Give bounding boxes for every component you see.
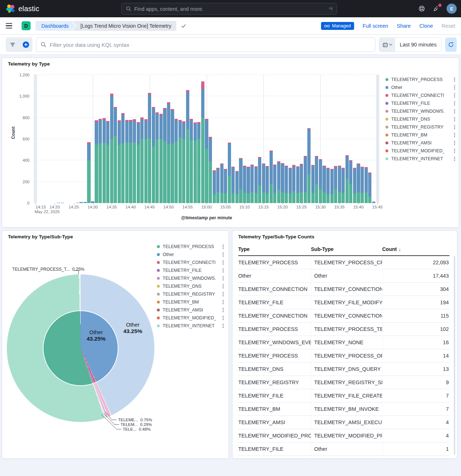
legend-actions-icon[interactable] (453, 101, 456, 106)
legend-actions-icon[interactable] (453, 93, 456, 98)
legend-item-telemetry-windows[interactable]: TELEMETRY_WINDOWS... (385, 107, 456, 115)
legend-color-dot (157, 309, 160, 311)
legend-actions-icon[interactable] (222, 307, 225, 313)
legend-actions-icon[interactable] (453, 85, 456, 90)
legend-color-dot (385, 134, 388, 136)
legend-actions-icon[interactable] (222, 260, 225, 265)
legend-item-telemetry-internet[interactable]: TELEMETRY_INTERNET (157, 322, 225, 330)
table-row[interactable]: TELEMETRY_CONNECTIONTELEMETRY_CONNECTION… (238, 309, 449, 323)
news-feed-icon[interactable] (432, 5, 440, 13)
column-header-subtype[interactable]: Sub-Type (311, 243, 382, 255)
checkmark-icon[interactable] (181, 23, 186, 29)
y-tick-label: 0 (27, 201, 30, 205)
legend-item-telemetry-dns[interactable]: TELEMETRY_DNS (385, 115, 456, 123)
legend-item-telemetry-connecti[interactable]: TELEMETRY_CONNECTI... (385, 91, 456, 99)
legend-item-telemetry-amsi[interactable]: TELEMETRY_AMSI (385, 139, 456, 147)
table-row[interactable]: OtherOther17,443 (238, 269, 449, 283)
legend-item-telemetry-bm[interactable]: TELEMETRY_BM (385, 131, 456, 139)
table-row[interactable]: TELEMETRY_DNSTELEMETRY_DNS_QUERY13 (238, 363, 449, 376)
table-row[interactable]: TELEMETRY_REGISTRYTELEMETRY_REGISTRY_SET… (238, 376, 449, 389)
menu-icon[interactable] (6, 22, 14, 30)
legend-actions-icon[interactable] (453, 125, 456, 130)
clone-button[interactable]: Clone (419, 23, 433, 29)
legend-item-telemetry-amsi[interactable]: TELEMETRY_AMSI (157, 306, 225, 314)
legend-item-telemetry-process[interactable]: TELEMETRY_PROCESS (157, 243, 225, 251)
cell-count: 13 (382, 363, 449, 376)
table-row[interactable]: TELEMETRY_INTERNETTELEMETRY_INTERNET_CON… (238, 456, 449, 459)
help-icon[interactable] (418, 5, 426, 13)
legend-item-telemetry-file[interactable]: TELEMETRY_FILE (157, 266, 225, 274)
full-screen-button[interactable]: Full screen (363, 23, 388, 29)
kql-filter-input[interactable]: Filter your data using KQL syntax (36, 37, 375, 52)
cell-count: 102 (382, 323, 449, 336)
legend-item-telemetry-internet[interactable]: TELEMETRY_INTERNET (385, 155, 456, 163)
breadcrumb-current: [Logs Trend Micro Vision One] Telemetry (73, 21, 176, 31)
legend-item-telemetry-registry[interactable]: TELEMETRY_REGISTRY (385, 123, 456, 131)
table-row[interactable]: TELEMETRY_PROCESSTELEMETRY_PROCESS_TERM1… (238, 323, 449, 336)
legend-actions-icon[interactable] (453, 77, 456, 82)
legend-actions-icon[interactable] (222, 268, 225, 273)
table-body: TELEMETRY_PROCESSTELEMETRY_PROCESS_CREAT… (238, 256, 449, 459)
user-avatar[interactable]: E (447, 4, 457, 14)
legend-actions-icon[interactable] (222, 315, 225, 320)
table-row[interactable]: TELEMETRY_MODIFIED_PROCTELEMETRY_MODIFIE… (238, 429, 449, 443)
legend-actions-icon[interactable] (222, 300, 225, 305)
legend-item-telemetry-modified[interactable]: TELEMETRY_MODIFIED_... (385, 147, 456, 155)
global-search-input[interactable]: Find apps, content, and more. ^/ (121, 3, 337, 15)
y-tick-label: 400 (23, 158, 30, 162)
legend-actions-icon[interactable] (453, 156, 456, 161)
legend-actions-icon[interactable] (453, 140, 456, 145)
legend-item-telemetry-bm[interactable]: TELEMETRY_BM (157, 298, 225, 306)
legend-actions-icon[interactable] (453, 133, 456, 138)
cell-subtype: TELEMETRY_PROCESS_CREAT (311, 256, 382, 269)
time-range-button[interactable]: Last 90 minutes (395, 38, 441, 51)
legend-label: TELEMETRY_MODIFIED_... (391, 148, 444, 153)
cell-subtype: TELEMETRY_REGISTRY_SET (311, 376, 382, 389)
table-row[interactable]: TELEMETRY_FILETELEMETRY_FILE_CREATE7 (238, 389, 449, 403)
table-row[interactable]: TELEMETRY_WINDOWS_EVENTELEMETRY_NONE16 (238, 336, 449, 349)
legend-item-other[interactable]: Other (385, 84, 456, 91)
legend-item-telemetry-modified[interactable]: TELEMETRY_MODIFIED_... (157, 314, 225, 322)
legend-actions-icon[interactable] (222, 244, 225, 249)
legend-label: TELEMETRY_INTERNET (391, 156, 443, 161)
legend-actions-icon[interactable] (222, 292, 225, 297)
legend-item-telemetry-process[interactable]: TELEMETRY_PROCESS (385, 76, 456, 84)
elastic-logo[interactable]: elastic (0, 4, 45, 13)
table-row[interactable]: TELEMETRY_CONNECTIONTELEMETRY_CONNECTION… (238, 283, 449, 296)
legend-item-telemetry-registry[interactable]: TELEMETRY_REGISTRY (157, 290, 225, 298)
sunburst-inner-ring[interactable] (44, 311, 118, 385)
legend-item-telemetry-file[interactable]: TELEMETRY_FILE (385, 99, 456, 107)
legend-actions-icon[interactable] (453, 148, 456, 153)
legend-item-telemetry-connecti[interactable]: TELEMETRY_CONNECTI... (157, 259, 225, 266)
dashboard-app-icon[interactable]: D (22, 21, 31, 30)
legend-actions-icon[interactable] (453, 109, 456, 114)
table-scrollbar[interactable] (454, 256, 455, 455)
managed-badge[interactable]: Managed (321, 22, 354, 30)
calendar-button[interactable] (379, 38, 395, 51)
column-header-type[interactable]: Type (238, 243, 311, 255)
legend-actions-icon[interactable] (222, 323, 225, 328)
legend-item-other[interactable]: Other (157, 251, 225, 259)
reset-button[interactable]: Reset (442, 23, 455, 29)
legend-actions-icon[interactable] (222, 252, 225, 257)
cell-type: TELEMETRY_REGISTRY (238, 376, 311, 389)
share-button[interactable]: Share (397, 23, 411, 29)
legend-item-telemetry-dns[interactable]: TELEMETRY_DNS (157, 282, 225, 290)
cell-type: TELEMETRY_FILE (238, 389, 311, 402)
legend-item-telemetry-windows[interactable]: TELEMETRY_WINDOWS... (157, 274, 225, 282)
breadcrumb-dashboards[interactable]: Dashboards (36, 21, 76, 31)
table-row[interactable]: TELEMETRY_FILEOther1 (238, 443, 449, 456)
table-row[interactable]: TELEMETRY_PROCESSTELEMETRY_PROCESS_OPEN1… (238, 349, 449, 363)
table-row[interactable]: TELEMETRY_FILETELEMETRY_FILE_MODIFY194 (238, 296, 449, 309)
legend-actions-icon[interactable] (453, 117, 456, 122)
table-row[interactable]: TELEMETRY_AMSITELEMETRY_AMSI_EXECUTE4 (238, 416, 449, 429)
column-header-count[interactable]: Count↓ (382, 243, 449, 255)
refresh-button[interactable] (445, 37, 457, 52)
table-row[interactable]: TELEMETRY_PROCESSTELEMETRY_PROCESS_CREAT… (238, 256, 449, 269)
legend-actions-icon[interactable] (222, 284, 225, 289)
legend-actions-icon[interactable] (222, 276, 225, 281)
callout-label-3: TELE... 0.48% (123, 427, 150, 431)
filters-menu-button[interactable] (6, 37, 19, 52)
add-filter-button[interactable] (19, 37, 32, 52)
table-row[interactable]: TELEMETRY_BMTELEMETRY_BM_INVOKE7 (238, 403, 449, 416)
